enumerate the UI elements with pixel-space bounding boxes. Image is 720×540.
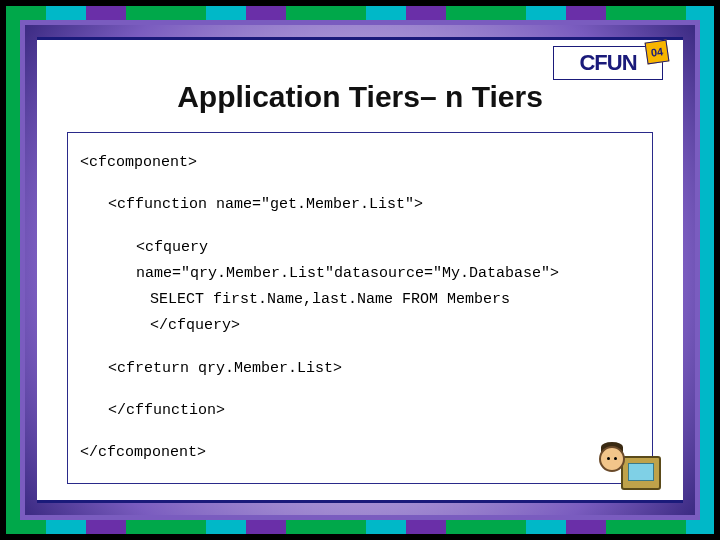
code-line: <cfcomponent>: [80, 153, 640, 173]
logo-badge: 04: [645, 40, 670, 65]
code-line: </cffunction>: [80, 401, 640, 421]
code-line: <cfreturn qry.Member.List>: [80, 359, 640, 379]
cfun-logo: CFUN 04: [553, 46, 663, 80]
slide-title: Application Tiers– n Tiers: [67, 80, 653, 114]
code-line: </cfcomponent>: [80, 443, 640, 463]
code-line: <cffunction name="get.Member.List">: [80, 195, 640, 215]
logo-text: CFUN: [579, 50, 636, 76]
decorative-border: CFUN 04 Application Tiers– n Tiers <cfco…: [6, 6, 714, 534]
code-line: SELECT first.Name,last.Name FROM Members: [80, 290, 640, 310]
mascot-icon: [599, 432, 661, 490]
gradient-panel: CFUN 04 Application Tiers– n Tiers <cfco…: [20, 20, 700, 520]
outer-frame: CFUN 04 Application Tiers– n Tiers <cfco…: [0, 0, 720, 540]
code-line: <cfquery: [80, 238, 640, 258]
code-line: </cfquery>: [80, 316, 640, 336]
code-line: name="qry.Member.List"datasource="My.Dat…: [80, 264, 640, 284]
slide-body: CFUN 04 Application Tiers– n Tiers <cfco…: [37, 37, 683, 503]
code-box: <cfcomponent> <cffunction name="get.Memb…: [67, 132, 653, 484]
